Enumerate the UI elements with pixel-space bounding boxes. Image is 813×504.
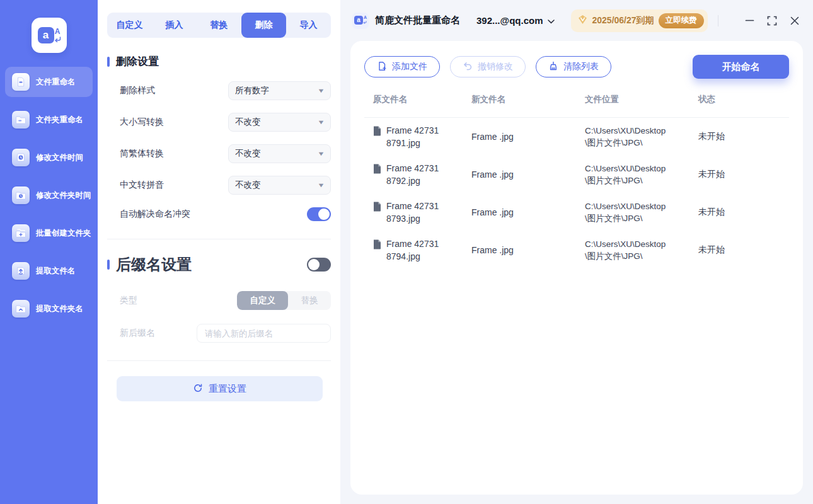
divider bbox=[107, 239, 331, 239]
file-time-icon bbox=[12, 149, 30, 166]
suffix-settings-form: 类型 自定义 替换 新后缀名 bbox=[107, 291, 331, 343]
sidebar-item-folder-create[interactable]: 批量创建文件夹 bbox=[5, 218, 93, 248]
field-label-conflict: 自动解决命名冲突 bbox=[107, 209, 190, 220]
segment-custom[interactable]: 自定义 bbox=[237, 291, 288, 310]
new-suffix-input[interactable] bbox=[197, 324, 331, 343]
field-label-chinese-convert: 简繁体转换 bbox=[107, 148, 164, 159]
vip-gem-icon bbox=[577, 14, 588, 27]
status-badge: 未开始 bbox=[698, 131, 789, 142]
close-button[interactable] bbox=[785, 11, 804, 30]
table-row[interactable]: Frame 42731 8792.jpg Frame .jpg C:\Users… bbox=[364, 156, 789, 193]
sidebar-item-label: 修改文件夹时间 bbox=[36, 190, 91, 201]
chevron-down-icon: ▼ bbox=[317, 119, 325, 125]
sidebar-item-label: 修改文件时间 bbox=[36, 152, 83, 163]
app-logo: a A bbox=[32, 18, 67, 53]
reset-settings-button[interactable]: 重置设置 bbox=[117, 376, 323, 401]
app-icon: a A bbox=[352, 13, 369, 29]
window-controls bbox=[740, 11, 813, 30]
chevron-down-icon: ▼ bbox=[317, 88, 325, 94]
add-files-button[interactable]: 添加文件 bbox=[364, 56, 440, 77]
table-row[interactable]: Frame 42731 8794.jpg Frame .jpg C:\Users… bbox=[364, 231, 789, 269]
status-badge: 未开始 bbox=[698, 207, 789, 218]
col-location: 文件位置 bbox=[585, 94, 698, 105]
add-file-icon bbox=[377, 61, 387, 73]
logo-arrow-icon bbox=[54, 33, 61, 45]
account-menu[interactable]: 392...@qq.com bbox=[476, 15, 555, 26]
status-badge: 未开始 bbox=[698, 169, 789, 180]
col-original-name: 原文件名 bbox=[373, 94, 471, 105]
sidebar-item-folder-rename[interactable]: 文件夹重命名 bbox=[5, 105, 93, 135]
sidebar-item-extract-foldername[interactable]: 提取文件夹名 bbox=[5, 294, 93, 324]
extract-filename-icon bbox=[12, 262, 30, 280]
chevron-down-icon bbox=[548, 15, 555, 26]
title-accent-bar bbox=[107, 57, 110, 67]
app-title: 简鹿文件批量重命名 bbox=[375, 14, 460, 26]
field-label-new-suffix: 新后缀名 bbox=[107, 328, 155, 339]
broom-icon bbox=[548, 61, 558, 73]
conflict-resolve-toggle[interactable] bbox=[307, 207, 331, 221]
pinyin-convert-select[interactable]: 不改变 ▼ bbox=[228, 176, 331, 195]
chinese-convert-select[interactable]: 不改变 ▼ bbox=[228, 144, 331, 163]
tab-replace[interactable]: 替换 bbox=[197, 13, 241, 38]
renew-button[interactable]: 立即续费 bbox=[659, 13, 704, 28]
delete-settings-form: 删除样式 所有数字 ▼ 大小写转换 不改变 ▼ 简繁体转换 不改变 ▼ 中文转拼… bbox=[107, 81, 331, 221]
sidebar-item-label: 批量创建文件夹 bbox=[36, 228, 91, 239]
tab-custom[interactable]: 自定义 bbox=[107, 13, 152, 38]
logo-a-glyph: a bbox=[38, 27, 54, 43]
divider bbox=[718, 15, 718, 26]
file-icon bbox=[373, 164, 381, 174]
case-convert-select[interactable]: 不改变 ▼ bbox=[228, 113, 331, 132]
suffix-settings-title: 后缀名设置 bbox=[107, 255, 192, 275]
field-label-delete-style: 删除样式 bbox=[107, 85, 155, 96]
col-status: 状态 bbox=[698, 94, 789, 105]
minimize-button[interactable] bbox=[740, 11, 759, 30]
settings-panel: 自定义 插入 替换 删除 导入 删除设置 删除样式 所有数字 ▼ 大小写转换 不… bbox=[98, 0, 340, 504]
chevron-down-icon: ▼ bbox=[317, 151, 325, 157]
title-accent-bar bbox=[107, 260, 110, 270]
field-label-pinyin-convert: 中文转拼音 bbox=[107, 180, 164, 191]
file-icon bbox=[373, 239, 381, 249]
undo-icon bbox=[463, 61, 473, 73]
sidebar-item-label: 提取文件名 bbox=[36, 266, 76, 277]
table-row[interactable]: Frame 42731 8793.jpg Frame .jpg C:\Users… bbox=[364, 193, 789, 231]
maximize-button[interactable] bbox=[763, 11, 781, 30]
table-row[interactable]: Frame 42731 8791.jpg Frame .jpg C:\Users… bbox=[364, 118, 789, 156]
license-expiry: 2025/06/27到期 bbox=[592, 15, 654, 26]
suffix-type-segment: 自定义 替换 bbox=[237, 291, 331, 310]
license-badge: 2025/06/27到期 立即续费 bbox=[571, 9, 708, 32]
extract-foldername-icon bbox=[12, 300, 30, 318]
tab-insert[interactable]: 插入 bbox=[152, 13, 197, 38]
sidebar-item-label: 提取文件夹名 bbox=[36, 304, 83, 314]
sidebar-item-file-time[interactable]: 修改文件时间 bbox=[5, 142, 93, 173]
sidebar: a A 文件重命名 文件夹重命名 修改文件时间 bbox=[0, 0, 98, 504]
file-toolbar: 添加文件 撤销修改 清除列表 开始命名 bbox=[364, 55, 789, 79]
start-rename-button[interactable]: 开始命名 bbox=[693, 55, 789, 79]
file-icon bbox=[373, 202, 381, 212]
divider bbox=[107, 360, 331, 361]
folder-rename-icon bbox=[12, 111, 30, 129]
table-header: 原文件名 新文件名 文件位置 状态 bbox=[364, 81, 789, 118]
suffix-enable-toggle[interactable] bbox=[307, 258, 331, 272]
col-new-name: 新文件名 bbox=[471, 94, 585, 105]
delete-style-select[interactable]: 所有数字 ▼ bbox=[228, 81, 331, 100]
tab-delete[interactable]: 删除 bbox=[241, 13, 286, 38]
sidebar-item-file-rename[interactable]: 文件重命名 bbox=[5, 67, 93, 97]
status-badge: 未开始 bbox=[698, 244, 789, 256]
sidebar-item-label: 文件重命名 bbox=[36, 77, 76, 88]
clear-list-button[interactable]: 清除列表 bbox=[536, 56, 611, 77]
sidebar-item-folder-time[interactable]: 修改文件夹时间 bbox=[5, 180, 93, 210]
rename-mode-tabs: 自定义 插入 替换 删除 导入 bbox=[107, 13, 331, 38]
undo-button[interactable]: 撤销修改 bbox=[450, 56, 526, 77]
delete-settings-title: 删除设置 bbox=[107, 54, 331, 69]
segment-replace[interactable]: 替换 bbox=[288, 291, 331, 310]
titlebar: a A 简鹿文件批量重命名 392...@qq.com 2025/06/27到期… bbox=[340, 0, 813, 41]
folder-create-icon bbox=[12, 224, 30, 242]
sidebar-nav: 文件重命名 文件夹重命名 修改文件时间 修改文件夹时间 批量创建文件夹 bbox=[0, 67, 98, 324]
file-rename-icon bbox=[12, 73, 30, 91]
file-list-card: 添加文件 撤销修改 清除列表 开始命名 原文件名 新文件名 文件位置 状态 bbox=[350, 41, 803, 495]
field-label-suffix-type: 类型 bbox=[107, 295, 137, 306]
main-area: a A 简鹿文件批量重命名 392...@qq.com 2025/06/27到期… bbox=[340, 0, 813, 504]
chevron-down-icon: ▼ bbox=[317, 182, 325, 188]
tab-import[interactable]: 导入 bbox=[286, 13, 331, 38]
sidebar-item-extract-filename[interactable]: 提取文件名 bbox=[5, 256, 93, 286]
